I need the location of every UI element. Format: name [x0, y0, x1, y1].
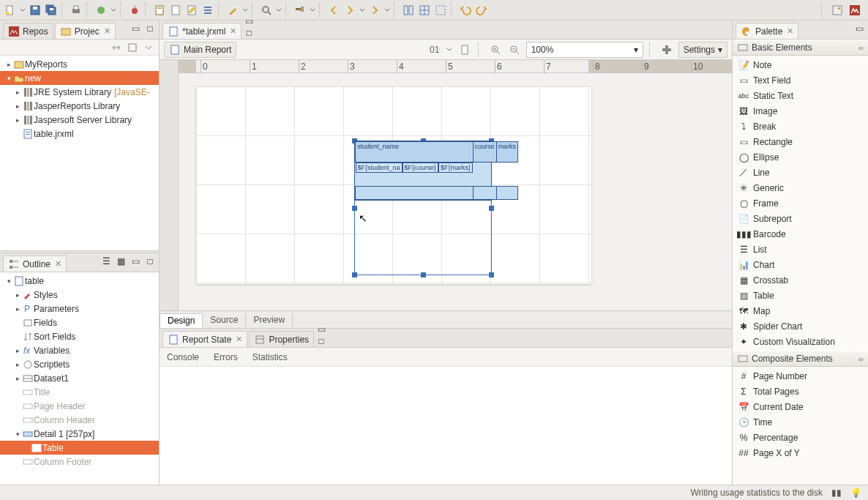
pal-customviz[interactable]: ✦Custom Visualization	[733, 334, 868, 349]
resize-handle[interactable]	[352, 272, 357, 277]
outline-pageheader[interactable]: Page Header	[0, 399, 159, 413]
tab-project[interactable]: Projec ✕	[55, 23, 116, 39]
pal-line[interactable]: ／Line	[733, 165, 868, 180]
outline-scriptlets[interactable]: ▸Scriptlets	[0, 357, 159, 371]
wand-icon[interactable]	[225, 3, 240, 18]
palette-group-basic[interactable]: Basic Elements ∞	[733, 40, 868, 56]
minimize-icon[interactable]: ▭	[130, 23, 141, 34]
pal-spiderchart[interactable]: ✱Spider Chart	[733, 318, 868, 334]
search-icon[interactable]	[259, 3, 274, 18]
pal-list[interactable]: ☰List	[733, 242, 868, 257]
settings-icon[interactable]	[659, 42, 674, 57]
edit-report-icon[interactable]	[184, 3, 199, 18]
tab-preview[interactable]: Preview	[246, 313, 293, 327]
pal-note[interactable]: 📝Note	[733, 57, 868, 72]
pal-pagenumber[interactable]: #Page Number	[733, 368, 868, 384]
tree-item-jre[interactable]: ▸ JRE System Library [JavaSE-	[0, 85, 159, 99]
table-field-cell[interactable]: $F{student_na	[356, 163, 403, 173]
close-icon[interactable]: ✕	[230, 26, 236, 36]
table-footer-cell[interactable]	[356, 187, 474, 200]
palette-group-composite[interactable]: Composite Elements ∞	[733, 351, 868, 367]
outline-fields[interactable]: Fields	[0, 316, 159, 329]
resize-handle[interactable]	[489, 206, 494, 211]
undo-icon[interactable]	[458, 3, 473, 18]
pal-pagexofy[interactable]: ##Page X of Y	[733, 445, 868, 460]
tab-report-state[interactable]: Report State ✕	[162, 331, 247, 347]
table-header-cell[interactable]: marks	[496, 142, 518, 163]
pal-textfield[interactable]: ▭Text Field	[733, 72, 868, 88]
table-footer-cell[interactable]	[473, 187, 496, 200]
table-header-cell[interactable]: course	[473, 142, 496, 163]
dropdown-icon[interactable]	[110, 7, 117, 13]
tree-item-new[interactable]: ▾ new	[0, 71, 159, 85]
pal-barcode[interactable]: ▮▮▮Barcode	[733, 226, 868, 242]
dropdown-icon[interactable]	[275, 7, 283, 13]
collapse-icon[interactable]	[127, 42, 138, 53]
build-icon[interactable]	[94, 3, 108, 18]
tab-source[interactable]: Source	[203, 313, 246, 327]
pal-currentdate[interactable]: 📅Current Date	[733, 399, 868, 414]
pal-totalpages[interactable]: ΣTotal Pages	[733, 384, 868, 399]
minimize-icon[interactable]: ▭	[243, 15, 255, 27]
tree-mode-icon[interactable]: ☰	[100, 255, 112, 267]
close-icon[interactable]: ✕	[787, 26, 793, 36]
print-icon[interactable]	[69, 3, 83, 18]
grid-icon[interactable]	[417, 3, 432, 18]
resize-handle[interactable]	[421, 272, 426, 277]
settings-button[interactable]: Settings ▾	[678, 42, 727, 58]
dropdown-icon[interactable]	[19, 7, 26, 13]
dropdown-icon[interactable]	[446, 47, 453, 53]
redo-icon[interactable]	[474, 3, 489, 18]
pal-ellipse[interactable]: ◯Ellipse	[733, 149, 868, 165]
pal-table[interactable]: ▤Table	[733, 288, 868, 303]
tree-item-file[interactable]: table.jrxml	[0, 127, 159, 141]
pal-crosstab[interactable]: ▦Crosstab	[733, 272, 868, 288]
save-all-icon[interactable]	[44, 3, 59, 18]
dropdown-icon[interactable]	[242, 7, 249, 13]
outline-styles[interactable]: ▸Styles	[0, 288, 159, 302]
tree-item-jasperlib[interactable]: ▸ JasperReports Library	[0, 99, 159, 113]
menu-icon[interactable]	[143, 42, 154, 53]
outline-sortfields[interactable]: Sort Fields	[0, 329, 159, 343]
outline-variables[interactable]: ▸fxVariables	[0, 343, 159, 357]
outline-table-element[interactable]: Table	[0, 441, 159, 455]
pal-generic[interactable]: ✳Generic	[733, 180, 868, 195]
minimize-icon[interactable]: ▭	[853, 23, 865, 34]
tab-design[interactable]: Design	[160, 313, 203, 328]
hammer-icon[interactable]	[293, 3, 307, 18]
subtab-console[interactable]: Console	[167, 352, 199, 362]
table-field-cell[interactable]: $F{marks}	[438, 163, 473, 173]
table-footer-cell[interactable]	[496, 187, 518, 200]
outline-root[interactable]: ▾ table	[0, 274, 159, 288]
zoom-out-icon[interactable]	[507, 42, 522, 57]
pal-percentage[interactable]: %Percentage	[733, 430, 868, 445]
pal-chart[interactable]: 📊Chart	[733, 257, 868, 272]
app-logo-icon[interactable]	[848, 3, 862, 18]
nav-forward-icon[interactable]	[343, 3, 357, 18]
pal-subreport[interactable]: 📄Subreport	[733, 211, 868, 226]
pal-statictext[interactable]: abcStatic Text	[733, 88, 868, 103]
subtab-statistics[interactable]: Statistics	[252, 352, 288, 362]
close-icon[interactable]: ✕	[55, 259, 61, 269]
pal-break[interactable]: ⤵Break	[733, 119, 868, 134]
dropdown-icon[interactable]	[384, 7, 391, 13]
pal-map[interactable]: 🗺Map	[733, 303, 868, 318]
outline-columnheader[interactable]: Column Header	[0, 413, 159, 427]
outline-dataset[interactable]: ▸Dataset1	[0, 371, 159, 385]
tab-repos[interactable]: Repos	[3, 23, 53, 39]
select-icon[interactable]	[433, 3, 448, 18]
minimize-icon[interactable]: ▭	[315, 324, 327, 335]
table-header-cell[interactable]: student_name	[356, 142, 474, 163]
page-icon[interactable]	[168, 3, 183, 18]
editor-file-tab[interactable]: *table.jrxml ✕	[162, 23, 242, 39]
number-icon[interactable]: 010	[427, 42, 441, 57]
pal-rectangle[interactable]: ▭Rectangle	[733, 134, 868, 149]
tree-item-serverlib[interactable]: ▸ Jaspersoft Server Library	[0, 113, 159, 127]
outline-title[interactable]: Title	[0, 385, 159, 399]
tab-properties[interactable]: Properties	[249, 331, 314, 347]
nav-back-icon[interactable]	[326, 3, 341, 18]
pal-frame[interactable]: ▢Frame	[733, 195, 868, 211]
maximize-icon[interactable]: □	[243, 27, 255, 39]
layout-icon[interactable]	[401, 3, 416, 18]
outline-detail[interactable]: ▾Detail 1 [257px]	[0, 427, 159, 441]
